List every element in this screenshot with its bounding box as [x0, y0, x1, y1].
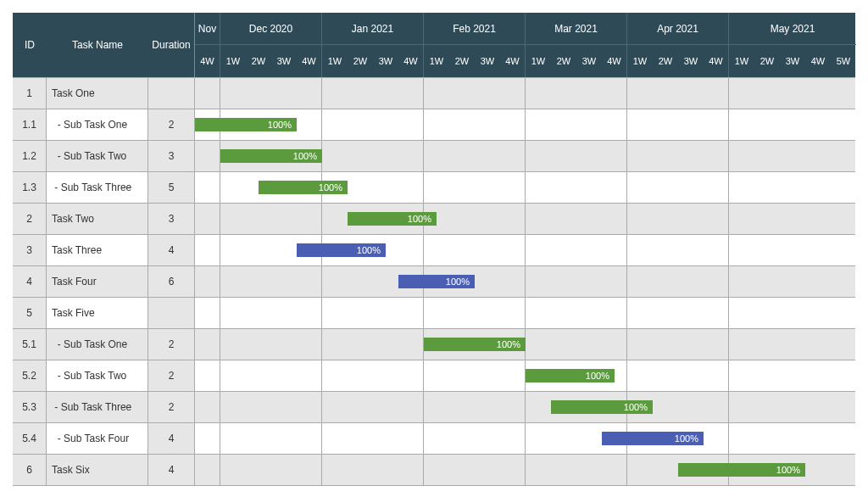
cell-duration [148, 78, 195, 109]
week-slot [271, 392, 297, 422]
week-cell: 4W [805, 45, 831, 77]
week-slot [729, 172, 754, 203]
week-slot [780, 423, 805, 454]
week-slot [449, 392, 475, 422]
week-slot [602, 298, 627, 328]
cell-id: 5.3 [13, 392, 47, 422]
week-slot [627, 298, 653, 328]
week-slot [526, 78, 551, 109]
week-slot [348, 266, 373, 297]
week-slot [704, 78, 729, 109]
week-slot [576, 266, 602, 297]
week-slot [271, 204, 297, 234]
week-slot [831, 298, 856, 328]
week-slot [348, 329, 373, 360]
week-slot [271, 329, 297, 360]
task-row: 1.2 - Sub Task Two3100% [13, 140, 855, 171]
week-slot [551, 204, 576, 234]
week-slot [220, 329, 246, 360]
week-slot [348, 298, 373, 328]
week-slot [831, 172, 856, 203]
week-slot [297, 423, 322, 454]
week-slot [576, 141, 602, 171]
week-slot [805, 235, 831, 265]
months-row: NovDec 2020Jan 2021Feb 2021Mar 2021Apr 2… [195, 13, 856, 45]
week-slot [322, 78, 348, 109]
week-slot [729, 298, 754, 328]
week-slot [653, 78, 678, 109]
timeline: 100% [195, 204, 856, 234]
week-slot [195, 455, 220, 485]
timeline: 100% [195, 235, 856, 265]
week-slot [195, 266, 220, 297]
week-slot [653, 298, 678, 328]
task-row: 6Task Six4100% [13, 454, 855, 485]
week-slot [322, 360, 348, 391]
week-slot [220, 78, 246, 109]
week-slot [322, 298, 348, 328]
cell-name: - Sub Task Three [47, 172, 148, 203]
week-slot [602, 141, 627, 171]
week-cell: 1W [526, 45, 551, 77]
week-slot [576, 109, 602, 140]
week-slot [220, 172, 246, 203]
cell-name: Task Two [47, 204, 148, 234]
week-slot [627, 455, 653, 485]
cell-id: 1.2 [13, 141, 47, 171]
week-slot [195, 141, 220, 171]
week-slot [602, 78, 627, 109]
week-slot [373, 392, 398, 422]
week-slot [627, 266, 653, 297]
timeline: 100% [195, 172, 856, 203]
cell-id: 2 [13, 204, 47, 234]
week-slot [271, 266, 297, 297]
cell-id: 1.3 [13, 172, 47, 203]
gantt-chart: ID Task Name Duration NovDec 2020Jan 202… [13, 13, 855, 486]
week-slot [678, 109, 704, 140]
cell-name: - Sub Task One [47, 109, 148, 140]
week-slot [424, 298, 449, 328]
task-bar: 100% [526, 369, 615, 383]
week-slot [220, 266, 246, 297]
week-slot [500, 455, 526, 485]
week-slot [704, 172, 729, 203]
timeline [195, 78, 856, 109]
month-cell: Feb 2021 [424, 13, 526, 45]
week-cell: 1W [322, 45, 348, 77]
week-slot [246, 78, 271, 109]
week-slot [500, 360, 526, 391]
week-slot [729, 109, 754, 140]
week-slot [780, 360, 805, 391]
week-slot [526, 266, 551, 297]
week-slot [831, 360, 856, 391]
week-slot [805, 455, 831, 485]
week-slot [602, 109, 627, 140]
week-slot [627, 360, 653, 391]
cell-duration: 2 [148, 329, 195, 360]
week-slot [220, 204, 246, 234]
week-slot [500, 204, 526, 234]
week-slot [475, 392, 500, 422]
week-slot [348, 141, 373, 171]
week-slot [246, 298, 271, 328]
week-slot [500, 235, 526, 265]
week-slot [297, 204, 322, 234]
week-slot [653, 392, 678, 422]
week-slot [704, 235, 729, 265]
cell-id: 5.2 [13, 360, 47, 391]
week-slot [526, 235, 551, 265]
week-slot [195, 78, 220, 109]
week-slot [678, 360, 704, 391]
cell-duration: 4 [148, 235, 195, 265]
week-slot [653, 360, 678, 391]
cell-id: 5 [13, 298, 47, 328]
cell-name: Task Three [47, 235, 148, 265]
week-slot [271, 423, 297, 454]
week-slot [831, 109, 856, 140]
cell-name: Task One [47, 78, 148, 109]
week-slot [246, 204, 271, 234]
month-cell: Dec 2020 [220, 13, 322, 45]
week-slot [195, 204, 220, 234]
week-slot [780, 235, 805, 265]
week-slot [678, 329, 704, 360]
